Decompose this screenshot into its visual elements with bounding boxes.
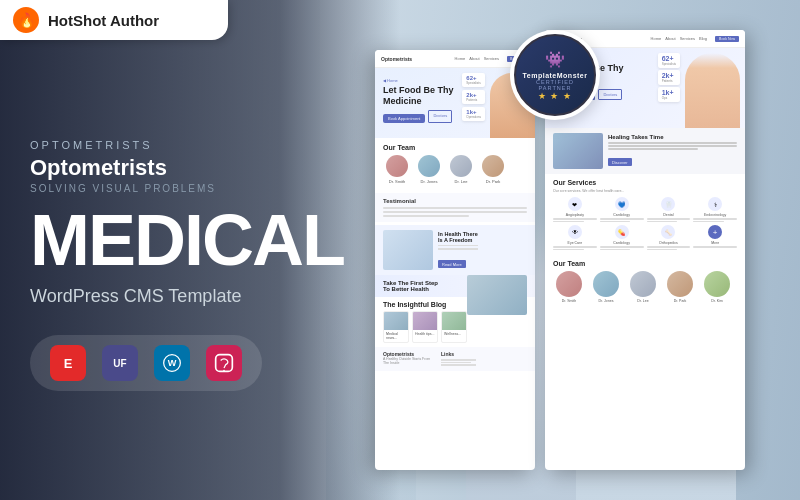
ss-services-title: Our Services — [553, 179, 737, 186]
svg-text:W: W — [168, 359, 177, 369]
ss-team-member: Dr. Park — [479, 155, 507, 184]
ss-team-member: Dr. Jones — [415, 155, 443, 184]
ss-testimonial-title: Testimonial — [383, 198, 527, 204]
ss-appointment-btn: Book Appointment — [383, 114, 425, 123]
ss-right-team-section: Our Team Dr. Smith Dr. Jones Dr. Lee — [545, 255, 745, 308]
ss-team-member: Dr. Smith — [383, 155, 411, 184]
ss-testimonial: Testimonial — [375, 193, 535, 222]
ss-service-orthopedics: 🦴 Orthopedics — [647, 225, 691, 250]
ss-team-member: Dr. Lee — [447, 155, 475, 184]
main-title: MEDICAL — [30, 208, 280, 273]
screenshots-panel: 👾 TemplateMonster CERTIFIED PARTNER ★ ★ … — [310, 0, 800, 500]
brand-logo: 🔥 — [12, 6, 40, 34]
svg-point-5 — [223, 370, 225, 372]
site-subtitle: SOLVING VISUAL PROBLEMS — [30, 183, 280, 194]
wordpress-badge: W — [154, 345, 190, 381]
quform-badge — [206, 345, 242, 381]
left-screenshot: Optometrists Home About Services Book No… — [375, 50, 535, 470]
site-category: Optometrists — [30, 139, 280, 151]
brand-name: HotShot Author — [48, 12, 159, 29]
ss-service-cardiology2: 💊 Cardiology — [600, 225, 644, 250]
svg-text:🔥: 🔥 — [18, 12, 36, 29]
elementor-badge: E — [50, 345, 86, 381]
ss-services-section: Our Services Our core services. We offer… — [545, 174, 745, 255]
ss-left-logo: Optometrists — [381, 56, 412, 62]
ss-team-section: Our Team Dr. Smith Dr. Jones Dr. Lee — [375, 138, 535, 190]
ss-service-eyecare: 👁 Eye Care — [553, 225, 597, 250]
template-subtitle: WordPress CMS Template — [30, 286, 280, 307]
uf-badge: UF — [102, 345, 138, 381]
ss-healing-section: Healing Takes Time Discover — [545, 128, 745, 174]
left-panel: Optometrists Optometrists SOLVING VISUAL… — [0, 0, 310, 500]
tm-stars: ★ ★ ★ — [538, 91, 572, 101]
ss-service-angioplasty: ❤ Angioplasty — [553, 197, 597, 222]
templatemonster-badge: 👾 TemplateMonster CERTIFIED PARTNER ★ ★ … — [510, 30, 600, 120]
ss-service-cardiology: 💙 Cardiology — [600, 197, 644, 222]
technology-badges: E UF W — [30, 335, 262, 391]
tm-brand: TemplateMonster — [523, 72, 588, 79]
ss-team-title: Our Team — [383, 144, 527, 151]
ss-right-team-title: Our Team — [553, 260, 737, 267]
ss-service-endocrinology: ⚕ Endocrinology — [693, 197, 737, 222]
ss-service-dental: 🦷 Dental — [647, 197, 691, 222]
main-content: Optometrists Optometrists SOLVING VISUAL… — [0, 0, 800, 500]
site-title: Optometrists — [30, 155, 280, 181]
ss-service-more: + More — [693, 225, 737, 250]
svg-rect-4 — [216, 355, 233, 372]
ss-healing-title: Healing Takes Time — [608, 134, 737, 140]
header-bar: 🔥 HotShot Author — [0, 0, 228, 40]
